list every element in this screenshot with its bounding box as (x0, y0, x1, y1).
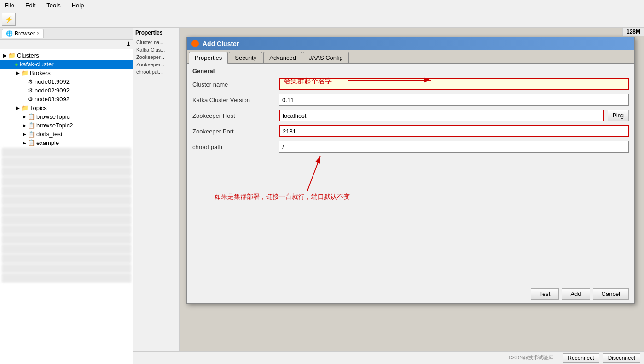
tree-item-kafak-cluster[interactable]: ● kafak-cluster (0, 60, 133, 69)
props-item: Zookeeper... (135, 61, 177, 68)
form-row-zk-port: Zookeeper Port (192, 125, 629, 137)
folder-icon: 📁 (21, 69, 29, 76)
menubar: File Edit Tools Help (0, 0, 644, 11)
form-row-kafka-version: Kafka Cluster Version (192, 94, 629, 106)
ping-button[interactable]: Ping (608, 110, 629, 121)
node-icon: ⚙ (28, 78, 33, 85)
blurred-row (2, 148, 131, 157)
properties-mini-panel: Properties Cluster na... Kafka Clus... Z… (133, 28, 180, 351)
modal-tabs: Properties Security Advanced JAAS Config (187, 50, 634, 64)
tree-item-clusters[interactable]: ▶ 📁 Clusters (0, 51, 133, 60)
input-kafka-version[interactable] (279, 94, 629, 106)
input-chroot[interactable] (279, 141, 629, 153)
menu-edit[interactable]: Edit (23, 1, 38, 10)
toolbar: ⚡ (0, 11, 644, 28)
expand-icon: ▶ (21, 140, 28, 145)
cluster-icon: ● (15, 61, 18, 68)
expand-icon: ▶ (15, 105, 21, 110)
modal-content: General Cluster name Kafka Cluster Versi… (187, 64, 634, 284)
tree-header-bar: ⬇ (0, 40, 133, 49)
tree-item-label: browseTopic2 (36, 122, 73, 129)
tree-item-node02[interactable]: ⚙ node02:9092 (0, 86, 133, 95)
tab-bar: 🌐 Browser × (0, 28, 133, 40)
modal-form-area: General Cluster name Kafka Cluster Versi… (187, 64, 634, 284)
node-icon: ⚙ (28, 96, 33, 103)
tab-properties[interactable]: Properties (189, 52, 228, 64)
tree-item-example[interactable]: ▶ 📋 example (0, 139, 133, 147)
tree-item-browse-topic[interactable]: ▶ 📋 browseTopic (0, 112, 133, 121)
tab-advanced[interactable]: Advanced (263, 52, 302, 63)
tree-item-label: Topics (30, 104, 47, 111)
left-panel: 🌐 Browser × ⬇ ▶ 📁 Clusters ● kafak- (0, 28, 133, 364)
label-kafka-version: Kafka Cluster Version (192, 97, 275, 104)
input-zk-port[interactable] (279, 125, 629, 137)
browser-tab-label: Browser (15, 30, 35, 37)
tree-item-label: node03:9092 (35, 96, 70, 103)
expand-icon: ▶ (21, 114, 28, 119)
modal-title-bar: Add Cluster (187, 37, 634, 50)
tree-item-label: example (36, 139, 59, 146)
add-cluster-dialog: Add Cluster Properties Security Advanced… (186, 37, 635, 304)
props-item: Kafka Clus... (135, 46, 177, 53)
blurred-row (2, 254, 131, 263)
blurred-row (2, 186, 131, 196)
tree-item-browse-topic2[interactable]: ▶ 📋 browseTopic2 (0, 121, 133, 130)
blurred-row (2, 225, 131, 234)
collapse-icon[interactable]: ⬇ (126, 40, 131, 48)
browser-tab-close[interactable]: × (37, 31, 40, 36)
form-row-cluster-name: Cluster name (192, 78, 629, 90)
cancel-button[interactable]: Cancel (593, 288, 629, 300)
tree-item-label: node01:9092 (35, 78, 70, 85)
tab-security[interactable]: Security (229, 52, 262, 63)
blurred-row (2, 167, 131, 176)
menu-help[interactable]: Help (69, 1, 87, 10)
modal-title: Add Cluster (203, 40, 239, 47)
expand-icon: ▶ (21, 123, 28, 128)
expand-icon: ▶ (21, 132, 28, 137)
expand-icon: ▶ (15, 70, 21, 75)
tree-item-label: browseTopic (36, 113, 70, 120)
menu-file[interactable]: File (2, 1, 17, 10)
topic-icon: 📋 (28, 113, 35, 120)
tab-jaas-config[interactable]: JAAS Config (303, 52, 349, 63)
tree-item-node03[interactable]: ⚙ node03:9092 (0, 95, 133, 104)
tree-item-label: node02:9092 (35, 87, 70, 94)
toolbar-button[interactable]: ⚡ (2, 13, 16, 26)
tree-item-node01[interactable]: ⚙ node01:9092 (0, 77, 133, 86)
tree-item-label: Clusters (17, 52, 39, 59)
reconnect-button[interactable]: Reconnect (563, 353, 599, 363)
right-panel: 128M Properties Cluster na... Kafka Clus… (133, 28, 644, 364)
form-row-chroot: chroot path (192, 141, 629, 153)
tree-item-label: doris_test (36, 131, 62, 138)
arrow-2 (307, 151, 380, 197)
tree-item-doris-test[interactable]: ▶ 📋 doris_test (0, 130, 133, 139)
test-button[interactable]: Test (531, 288, 559, 300)
input-cluster-name[interactable] (279, 78, 629, 90)
label-chroot: chroot path (192, 144, 275, 150)
tree-item-label: kafak-cluster (20, 61, 54, 68)
input-zk-host[interactable] (279, 110, 604, 121)
props-item: Cluster na... (135, 39, 177, 46)
blurred-row (2, 206, 131, 215)
add-button[interactable]: Add (562, 288, 590, 300)
tree-item-label: Brokers (30, 69, 51, 76)
node-icon: ⚙ (28, 87, 33, 94)
modal-overlay: Add Cluster Properties Security Advanced… (177, 28, 644, 351)
svg-line-3 (307, 156, 320, 193)
folder-icon: 📁 (21, 104, 29, 111)
label-cluster-name: Cluster name (192, 81, 275, 88)
blurred-row (2, 196, 131, 205)
annotation-text-2: 如果是集群部署，链接一台就行，端口默认不变 (215, 193, 350, 200)
menu-tools[interactable]: Tools (44, 1, 63, 10)
form-row-zk-host: Zookeeper Host Ping (192, 110, 629, 121)
watermark: CSDN@技术试验库 (509, 354, 553, 361)
blurred-row (2, 273, 131, 283)
tree-item-topics[interactable]: ▶ 📁 Topics (0, 104, 133, 112)
browser-tab[interactable]: 🌐 Browser × (2, 29, 44, 38)
properties-header: Properties (135, 29, 177, 36)
tree-item-brokers[interactable]: ▶ 📁 Brokers (0, 69, 133, 77)
blurred-row (2, 177, 131, 186)
disconnect-button[interactable]: Disconnect (603, 353, 640, 363)
blurred-row (2, 235, 131, 244)
dialog-icon (191, 40, 199, 47)
